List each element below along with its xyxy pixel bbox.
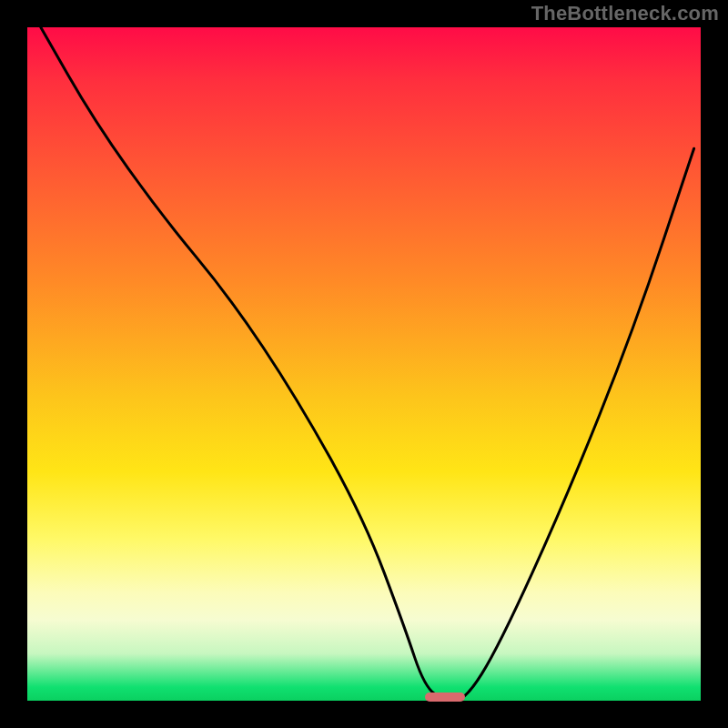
chart-frame: TheBottleneck.com — [0, 0, 728, 728]
watermark-text: TheBottleneck.com — [531, 2, 719, 25]
curve-path — [41, 27, 694, 701]
optimal-marker — [425, 693, 465, 702]
bottleneck-curve — [27, 27, 701, 701]
